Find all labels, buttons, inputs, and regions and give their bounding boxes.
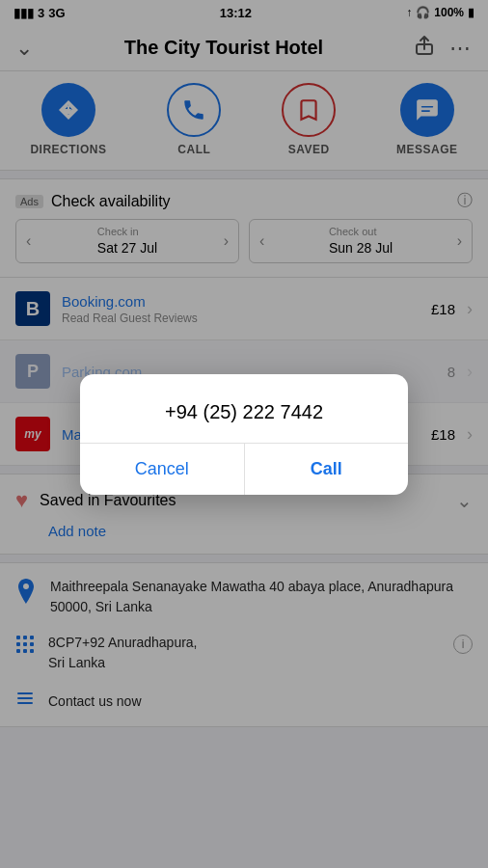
dialog-phone-number: +94 (25) 222 7442 [80,374,408,443]
phone-dialog: +94 (25) 222 7442 Cancel Call [80,374,408,495]
dialog-overlay: +94 (25) 222 7442 Cancel Call [0,0,488,868]
cancel-button[interactable]: Cancel [80,444,244,495]
call-button[interactable]: Call [245,444,409,495]
dialog-actions: Cancel Call [80,444,408,495]
